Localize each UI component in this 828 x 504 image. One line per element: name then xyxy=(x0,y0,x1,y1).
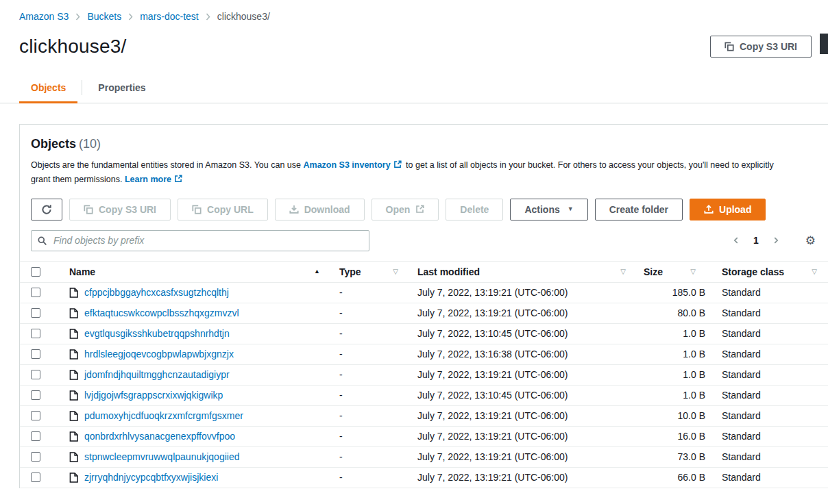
amazon-s3-inventory-link[interactable]: Amazon S3 inventory xyxy=(304,160,391,170)
sort-icon: ▽ xyxy=(690,268,696,275)
table-row: hrdlsleegjoqevcogbpwlapwbjxgnzjx - July … xyxy=(20,344,828,364)
object-type: - xyxy=(331,467,409,488)
row-checkbox[interactable] xyxy=(31,349,40,359)
sort-icon: ▽ xyxy=(812,268,817,275)
column-header-name[interactable]: Name ▲ xyxy=(58,261,331,282)
column-header-type[interactable]: Type ▽ xyxy=(331,261,409,282)
object-last-modified: July 7, 2022, 13:19:21 (UTC-06:00) xyxy=(409,467,637,488)
refresh-button[interactable] xyxy=(31,199,62,220)
current-page-number[interactable]: 1 xyxy=(746,235,766,246)
select-all-checkbox[interactable] xyxy=(31,267,40,277)
column-label-size: Size xyxy=(644,266,663,277)
breadcrumb-buckets[interactable]: Buckets xyxy=(87,11,121,22)
search-box xyxy=(31,230,369,251)
breadcrumb-bucket-name[interactable]: mars-doc-test xyxy=(140,11,199,22)
row-checkbox[interactable] xyxy=(31,390,40,400)
object-name-link[interactable]: evgtlqusgiksshkubetrqqpshnrhdtjn xyxy=(84,328,230,339)
download-button[interactable]: Download xyxy=(275,199,365,220)
row-checkbox[interactable] xyxy=(31,473,40,482)
column-header-storage-class[interactable]: Storage class ▽ xyxy=(707,261,828,282)
table-row: evgtlqusgiksshkubetrqqpshnrhdtjn - July … xyxy=(20,323,828,344)
object-name-cell: pdumoxyhjcdfuoqkrzxmfcrgmfgsxmer xyxy=(58,405,331,426)
object-last-modified: July 7, 2022, 13:19:21 (UTC-06:00) xyxy=(409,405,637,426)
copy-s3-uri-button[interactable]: Copy S3 URI xyxy=(69,199,171,220)
description-text: Objects are the fundamental entities sto… xyxy=(31,160,301,170)
object-name-link[interactable]: cfppcjbbggayhcxcasfxsugtzhcqlthj xyxy=(84,287,229,298)
row-checkbox[interactable] xyxy=(31,288,40,297)
row-checkbox-cell xyxy=(20,303,58,323)
object-type: - xyxy=(331,405,409,426)
objects-toolbar: Copy S3 URI Copy URL Download Open Delet… xyxy=(20,190,828,225)
row-checkbox-cell xyxy=(20,385,58,405)
objects-panel: Objects(10) Objects are the fundamental … xyxy=(19,124,828,488)
row-checkbox-cell xyxy=(20,467,58,488)
download-icon xyxy=(289,205,299,214)
object-name-cell: evgtlqusgiksshkubetrqqpshnrhdtjn xyxy=(58,323,331,344)
object-last-modified: July 7, 2022, 13:19:21 (UTC-06:00) xyxy=(409,303,637,323)
table-row: jdomfndjhquiltmgghcnzautadigiypr - July … xyxy=(20,364,828,385)
objects-title-text: Objects xyxy=(31,137,76,151)
object-name-link[interactable]: stpnwcleepmvruwwqlpaunukjqogiied xyxy=(84,451,239,462)
object-storage-class: Standard xyxy=(707,385,828,405)
open-button[interactable]: Open xyxy=(372,199,439,220)
object-storage-class: Standard xyxy=(707,282,828,303)
search-input[interactable] xyxy=(31,230,369,251)
row-checkbox[interactable] xyxy=(31,329,40,338)
object-name-link[interactable]: qonbrdxrhlvysanacgenexpffovvfpoo xyxy=(84,431,235,442)
object-type: - xyxy=(331,364,409,385)
object-storage-class: Standard xyxy=(707,467,828,488)
breadcrumb-amazon-s3[interactable]: Amazon S3 xyxy=(19,11,69,22)
table-row: zjrryqhdnjycypcqbtfxyxwjisjkiexi - July … xyxy=(20,467,828,488)
row-checkbox[interactable] xyxy=(31,370,40,379)
upload-button[interactable]: Upload xyxy=(690,199,766,220)
copy-s3-uri-button-top[interactable]: Copy S3 URI xyxy=(710,36,812,58)
object-name-link[interactable]: jdomfndjhquiltmgghcnzautadigiypr xyxy=(84,369,230,380)
column-label-type: Type xyxy=(339,266,361,277)
object-storage-class: Standard xyxy=(707,303,828,323)
create-folder-button[interactable]: Create folder xyxy=(595,199,683,220)
object-size: 1.0 B xyxy=(637,344,707,364)
next-page-button[interactable] xyxy=(766,233,786,248)
column-header-last-modified[interactable]: Last modified ▽ xyxy=(409,261,637,282)
column-header-size[interactable]: Size ▽ xyxy=(637,261,707,282)
preferences-gear-button[interactable]: ⚙ xyxy=(805,235,816,247)
row-checkbox-cell xyxy=(20,405,58,426)
objects-table-body: cfppcjbbggayhcxcasfxsugtzhcqlthj - July … xyxy=(20,282,828,488)
learn-more-link[interactable]: Learn more xyxy=(125,175,171,184)
row-checkbox[interactable] xyxy=(31,411,40,420)
object-name-link[interactable]: lvjdjgojwfsgrappscrxixwjqkigwikp xyxy=(84,390,223,401)
object-type: - xyxy=(331,282,409,303)
file-icon xyxy=(69,370,78,380)
row-checkbox-cell xyxy=(20,446,58,467)
filter-row: 1 ⚙ xyxy=(20,225,828,261)
object-storage-class: Standard xyxy=(707,364,828,385)
actions-dropdown-button[interactable]: Actions ▼ xyxy=(510,199,587,220)
object-name-link[interactable]: hrdlsleegjoqevcogbpwlapwbjxgnzjx xyxy=(84,349,234,360)
delete-button[interactable]: Delete xyxy=(446,199,503,220)
previous-page-button[interactable] xyxy=(726,233,746,248)
row-checkbox[interactable] xyxy=(31,452,40,462)
object-name-link[interactable]: zjrryqhdnjycypcqbtfxyxwjisjkiexi xyxy=(84,472,218,483)
breadcrumb-current-folder: clickhouse3/ xyxy=(217,11,270,22)
upload-label: Upload xyxy=(719,204,751,215)
file-icon xyxy=(69,349,78,360)
object-last-modified: July 7, 2022, 13:10:45 (UTC-06:00) xyxy=(409,323,637,344)
object-size: 1.0 B xyxy=(637,364,707,385)
tab-objects[interactable]: Objects xyxy=(19,73,77,103)
object-name-link[interactable]: efktaqtucswkcowpclbsszhqxgzmvzvl xyxy=(84,307,239,318)
object-name-cell: zjrryqhdnjycypcqbtfxyxwjisjkiexi xyxy=(58,467,331,488)
object-size: 16.0 B xyxy=(637,426,707,446)
object-type: - xyxy=(331,446,409,467)
object-size: 185.0 B xyxy=(637,282,707,303)
row-checkbox[interactable] xyxy=(31,308,40,318)
breadcrumb: Amazon S3 Buckets mars-doc-test clickhou… xyxy=(0,0,828,25)
tab-properties[interactable]: Properties xyxy=(86,73,157,103)
copy-url-button[interactable]: Copy URL xyxy=(178,199,268,220)
object-size: 80.0 B xyxy=(637,303,707,323)
object-name-link[interactable]: pdumoxyhjcdfuoqkrzxmfcrgmfgsxmer xyxy=(84,410,243,421)
tab-objects-label: Objects xyxy=(31,82,66,93)
object-type: - xyxy=(331,344,409,364)
object-last-modified: July 7, 2022, 13:19:21 (UTC-06:00) xyxy=(409,364,637,385)
object-last-modified: July 7, 2022, 13:16:38 (UTC-06:00) xyxy=(409,344,637,364)
row-checkbox[interactable] xyxy=(31,431,40,441)
